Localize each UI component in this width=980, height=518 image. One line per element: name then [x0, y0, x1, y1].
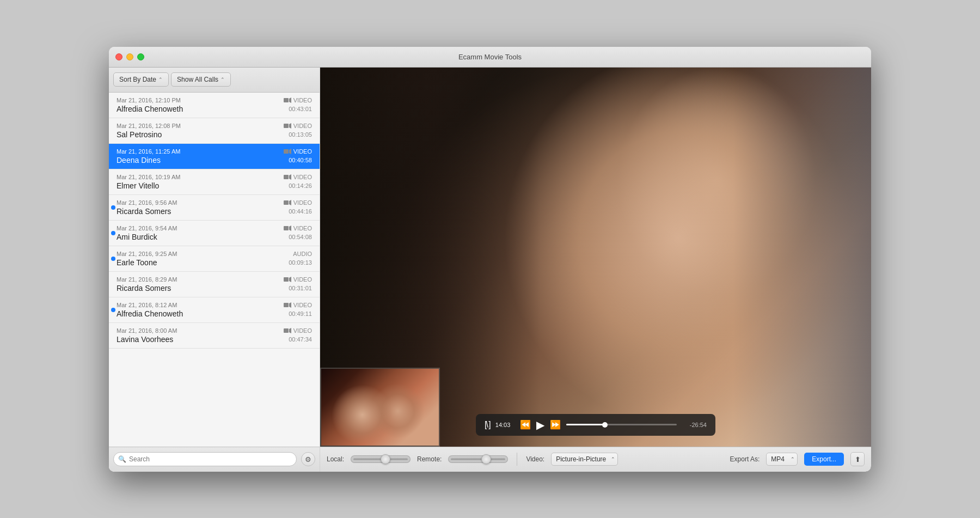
- call-bottom-row: Ricarda Somers 00:31:01: [117, 284, 312, 292]
- call-name: Earle Toone: [117, 258, 157, 267]
- call-type-row: VIDEO: [284, 225, 312, 231]
- pip-people: [321, 369, 439, 446]
- call-duration: 00:13:05: [289, 131, 312, 138]
- remote-volume-track: [451, 459, 505, 460]
- call-date: Mar 21, 2016, 9:25 AM: [117, 251, 177, 257]
- call-date: Mar 21, 2016, 12:10 PM: [117, 97, 181, 103]
- video-icon: [284, 328, 291, 333]
- call-bottom-row: Ami Burdick 00:54:08: [117, 233, 312, 241]
- svg-marker-7: [289, 174, 291, 180]
- call-item[interactable]: Mar 21, 2016, 11:25 AM VIDEO Deena Dines…: [109, 144, 320, 169]
- call-duration: 00:43:01: [289, 106, 312, 112]
- search-input[interactable]: [129, 455, 292, 463]
- sort-chevron-icon: ⌃: [158, 77, 163, 82]
- bracket-icon: [\ ]: [485, 420, 490, 430]
- share-button[interactable]: ⬆: [850, 452, 865, 466]
- call-item[interactable]: Mar 21, 2016, 12:10 PM VIDEO Alfredia Ch…: [109, 93, 320, 118]
- call-type: VIDEO: [293, 225, 312, 231]
- fast-forward-button[interactable]: ⏩: [550, 419, 561, 430]
- call-duration: 00:49:11: [289, 310, 312, 317]
- call-header: Mar 21, 2016, 9:25 AM AUDIO: [117, 251, 312, 257]
- video-main: [\ ] 14:03 ⏪ ▶ ⏩ -26:54: [320, 68, 871, 447]
- call-name: Alfredia Chenoweth: [117, 105, 183, 113]
- play-button[interactable]: ▶: [536, 418, 544, 431]
- sidebar-toolbar: Sort By Date ⌃ Show All Calls ⌃: [109, 68, 320, 93]
- call-type: VIDEO: [293, 148, 312, 155]
- sidebar-footer: 🔍 ⚙: [109, 447, 320, 472]
- call-header: Mar 21, 2016, 8:29 AM VIDEO: [117, 276, 312, 283]
- sort-by-date-label: Sort By Date: [119, 76, 156, 83]
- call-date: Mar 21, 2016, 10:19 AM: [117, 174, 180, 180]
- video-mode-select[interactable]: Picture-in-PictureSide-by-SideLocal Only…: [551, 453, 618, 466]
- call-date: Mar 21, 2016, 8:12 AM: [117, 302, 177, 308]
- call-item[interactable]: Mar 21, 2016, 8:00 AM VIDEO Lavina Voorh…: [109, 323, 320, 349]
- call-name: Alfredia Chenoweth: [117, 309, 183, 318]
- call-item[interactable]: Mar 21, 2016, 10:19 AM VIDEO Elmer Vitel…: [109, 169, 320, 195]
- call-date: Mar 21, 2016, 8:29 AM: [117, 276, 177, 283]
- remote-volume-slider[interactable]: [448, 455, 508, 463]
- video-icon: [284, 123, 291, 129]
- video-icon: [284, 277, 291, 282]
- call-header: Mar 21, 2016, 11:25 AM VIDEO: [117, 148, 312, 155]
- export-label: Export As:: [730, 455, 760, 463]
- call-header: Mar 21, 2016, 10:19 AM VIDEO: [117, 174, 312, 180]
- call-header: Mar 21, 2016, 8:00 AM VIDEO: [117, 327, 312, 334]
- call-item[interactable]: Mar 21, 2016, 9:56 AM VIDEO Ricarda Some…: [109, 195, 320, 221]
- call-item[interactable]: Mar 21, 2016, 9:54 AM VIDEO Ami Burdick …: [109, 221, 320, 246]
- gear-button[interactable]: ⚙: [301, 452, 315, 466]
- svg-rect-14: [284, 303, 289, 307]
- remote-volume-thumb[interactable]: [481, 454, 491, 464]
- call-name: Ricarda Somers: [117, 284, 171, 292]
- main-content: Sort By Date ⌃ Show All Calls ⌃ Mar 21, …: [109, 68, 871, 472]
- call-type-row: VIDEO: [284, 276, 312, 283]
- call-header: Mar 21, 2016, 12:10 PM VIDEO: [117, 97, 312, 103]
- call-date: Mar 21, 2016, 11:25 AM: [117, 148, 180, 155]
- call-type: AUDIO: [293, 251, 312, 257]
- close-button[interactable]: [115, 53, 122, 60]
- maximize-button[interactable]: [137, 53, 144, 60]
- main-window: Ecamm Movie Tools Sort By Date ⌃ Show Al…: [109, 47, 871, 472]
- local-volume-thumb[interactable]: [381, 454, 390, 464]
- show-all-calls-button[interactable]: Show All Calls ⌃: [171, 72, 231, 87]
- call-type-row: VIDEO: [284, 302, 312, 308]
- remote-label: Remote:: [417, 455, 442, 463]
- sort-by-date-button[interactable]: Sort By Date ⌃: [113, 72, 169, 87]
- export-format-select[interactable]: MP4MOVM4V: [766, 453, 798, 466]
- call-type-row: VIDEO: [284, 199, 312, 206]
- calls-list: Mar 21, 2016, 12:10 PM VIDEO Alfredia Ch…: [109, 93, 320, 447]
- call-header: Mar 21, 2016, 12:08 PM VIDEO: [117, 123, 312, 129]
- call-bottom-row: Ricarda Somers 00:44:16: [117, 207, 312, 216]
- svg-rect-0: [284, 98, 289, 102]
- show-chevron-icon: ⌃: [220, 77, 225, 82]
- call-item[interactable]: Mar 21, 2016, 12:08 PM VIDEO Sal Petrosi…: [109, 118, 320, 144]
- video-icon: [284, 200, 291, 205]
- call-name: Ricarda Somers: [117, 207, 171, 216]
- svg-marker-11: [289, 226, 291, 231]
- call-duration: 00:09:13: [289, 259, 312, 266]
- search-icon: 🔍: [118, 455, 126, 463]
- svg-marker-5: [289, 149, 291, 154]
- local-volume-slider[interactable]: [351, 455, 411, 463]
- svg-marker-17: [289, 328, 291, 333]
- share-icon: ⬆: [855, 455, 861, 464]
- minimize-button[interactable]: [126, 53, 133, 60]
- call-name: Elmer Vitello: [117, 181, 159, 190]
- svg-marker-3: [289, 123, 291, 129]
- call-item[interactable]: Mar 21, 2016, 8:12 AM VIDEO Alfredia Che…: [109, 297, 320, 323]
- traffic-lights: [115, 53, 144, 60]
- call-item[interactable]: Mar 21, 2016, 9:25 AM AUDIO Earle Toone …: [109, 246, 320, 272]
- window-title: Ecamm Movie Tools: [458, 53, 522, 61]
- video-icon: [284, 149, 291, 154]
- call-type: VIDEO: [293, 174, 312, 180]
- rewind-button[interactable]: ⏪: [520, 419, 531, 430]
- bottom-bar: Local: Remote: Video: Picture-in-Picture…: [320, 447, 871, 472]
- progress-bar[interactable]: [566, 424, 677, 425]
- call-date: Mar 21, 2016, 9:54 AM: [117, 225, 177, 231]
- call-type-row: VIDEO: [284, 327, 312, 334]
- call-bottom-row: Alfredia Chenoweth 00:43:01: [117, 105, 312, 113]
- export-button[interactable]: Export...: [804, 453, 844, 466]
- call-bottom-row: Sal Petrosino 00:13:05: [117, 130, 312, 139]
- call-item[interactable]: Mar 21, 2016, 8:29 AM VIDEO Ricarda Some…: [109, 272, 320, 297]
- call-type: VIDEO: [293, 302, 312, 308]
- svg-rect-10: [284, 226, 289, 230]
